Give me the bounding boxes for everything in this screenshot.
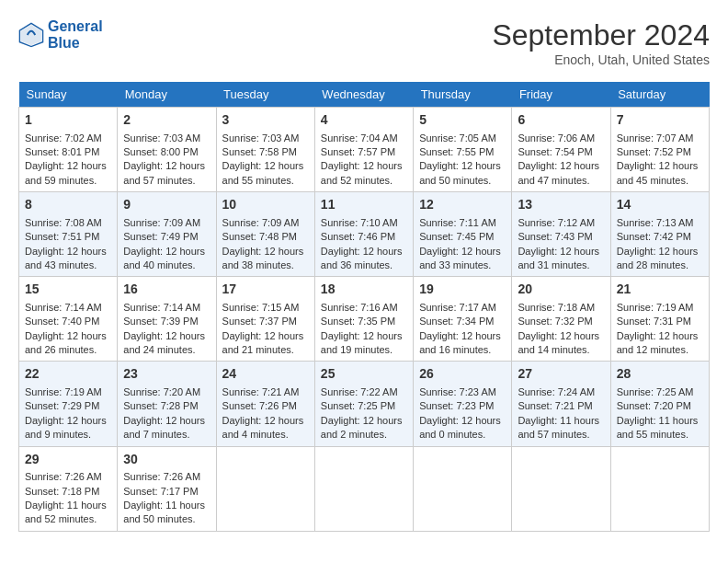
day-info-line: Daylight: 12 hours bbox=[419, 159, 506, 173]
calendar-week-row: 1Sunrise: 7:02 AMSunset: 8:01 PMDaylight… bbox=[19, 108, 710, 192]
day-info-line: Sunrise: 7:19 AM bbox=[617, 301, 703, 315]
day-info-line: Sunrise: 7:22 AM bbox=[321, 385, 407, 399]
day-info-line: Sunset: 7:26 PM bbox=[222, 399, 309, 413]
day-info-line: Sunset: 7:31 PM bbox=[617, 315, 703, 328]
day-info-line: and 26 minutes. bbox=[25, 343, 111, 357]
day-info-line: Daylight: 12 hours bbox=[123, 329, 210, 343]
day-number: 27 bbox=[518, 365, 604, 384]
day-info-line: Daylight: 12 hours bbox=[617, 245, 703, 259]
day-info-line: Sunset: 7:35 PM bbox=[321, 315, 407, 328]
day-number: 12 bbox=[419, 196, 506, 214]
day-info-line: Daylight: 12 hours bbox=[123, 159, 210, 173]
day-info-line: and 57 minutes. bbox=[518, 428, 604, 442]
calendar-cell: 18Sunrise: 7:16 AMSunset: 7:35 PMDayligh… bbox=[314, 277, 413, 362]
day-number: 20 bbox=[518, 281, 604, 299]
day-info-line: Sunset: 7:48 PM bbox=[222, 230, 309, 244]
day-info-line: Sunrise: 7:09 AM bbox=[123, 216, 210, 230]
day-info-line: and 21 minutes. bbox=[222, 343, 309, 357]
day-number: 30 bbox=[123, 451, 210, 469]
calendar-cell: 4Sunrise: 7:04 AMSunset: 7:57 PMDaylight… bbox=[314, 108, 413, 192]
day-info-line: Sunset: 7:21 PM bbox=[518, 399, 604, 413]
calendar-cell bbox=[314, 446, 413, 531]
day-info-line: and 50 minutes. bbox=[419, 174, 506, 188]
day-info-line: Daylight: 12 hours bbox=[617, 159, 703, 173]
calendar-cell: 17Sunrise: 7:15 AMSunset: 7:37 PMDayligh… bbox=[216, 277, 314, 362]
day-info-line: Daylight: 12 hours bbox=[321, 159, 407, 173]
day-info-line: Sunrise: 7:10 AM bbox=[321, 216, 407, 230]
day-info-line: Daylight: 11 hours bbox=[518, 414, 604, 428]
day-info-line: Sunrise: 7:08 AM bbox=[25, 216, 111, 230]
day-info-line: and 43 minutes. bbox=[25, 259, 111, 272]
weekday-header-tuesday: Tuesday bbox=[216, 82, 314, 108]
calendar-cell: 13Sunrise: 7:12 AMSunset: 7:43 PMDayligh… bbox=[512, 192, 610, 277]
day-info-line: Daylight: 12 hours bbox=[222, 245, 309, 259]
day-info-line: and 4 minutes. bbox=[222, 428, 309, 442]
day-info-line: Sunrise: 7:13 AM bbox=[617, 216, 703, 230]
day-info-line: Sunset: 7:34 PM bbox=[419, 315, 506, 328]
day-number: 29 bbox=[25, 451, 111, 469]
calendar-cell: 2Sunrise: 7:03 AMSunset: 8:00 PMDaylight… bbox=[118, 108, 216, 192]
day-info-line: and 36 minutes. bbox=[321, 259, 407, 272]
day-number: 21 bbox=[617, 281, 703, 299]
day-info-line: Daylight: 12 hours bbox=[321, 245, 407, 259]
day-number: 17 bbox=[222, 281, 309, 299]
day-info-line: Sunset: 7:39 PM bbox=[123, 315, 210, 328]
day-info-line: Sunrise: 7:26 AM bbox=[123, 470, 210, 484]
day-number: 11 bbox=[321, 196, 407, 214]
day-info-line: Sunrise: 7:05 AM bbox=[419, 132, 506, 145]
calendar-cell: 11Sunrise: 7:10 AMSunset: 7:46 PMDayligh… bbox=[314, 192, 413, 277]
title-block: September 2024 Enoch, Utah, United State… bbox=[492, 18, 710, 67]
day-info-line: Sunrise: 7:20 AM bbox=[123, 385, 210, 399]
day-info-line: Daylight: 12 hours bbox=[222, 414, 309, 428]
day-info-line: Sunset: 7:20 PM bbox=[617, 399, 703, 413]
day-number: 9 bbox=[123, 196, 210, 214]
day-info-line: Daylight: 12 hours bbox=[617, 329, 703, 343]
day-info-line: Daylight: 12 hours bbox=[518, 159, 604, 173]
day-info-line: Sunrise: 7:16 AM bbox=[321, 301, 407, 315]
day-info-line: Sunset: 8:01 PM bbox=[25, 145, 111, 159]
day-info-line: and 38 minutes. bbox=[222, 259, 309, 272]
weekday-header-wednesday: Wednesday bbox=[314, 82, 413, 108]
day-number: 6 bbox=[518, 111, 604, 130]
day-info-line: and 47 minutes. bbox=[518, 174, 604, 188]
calendar-week-row: 8Sunrise: 7:08 AMSunset: 7:51 PMDaylight… bbox=[19, 192, 710, 277]
day-info-line: Daylight: 12 hours bbox=[25, 414, 111, 428]
logo-icon bbox=[18, 22, 44, 48]
day-info-line: Sunrise: 7:04 AM bbox=[321, 132, 407, 145]
day-number: 15 bbox=[25, 281, 111, 299]
logo-text: General Blue bbox=[48, 18, 103, 52]
day-number: 3 bbox=[222, 111, 309, 130]
calendar-cell: 27Sunrise: 7:24 AMSunset: 7:21 PMDayligh… bbox=[512, 362, 610, 446]
calendar-week-row: 15Sunrise: 7:14 AMSunset: 7:40 PMDayligh… bbox=[19, 277, 710, 362]
day-info-line: and 12 minutes. bbox=[617, 343, 703, 357]
day-info-line: Sunset: 7:29 PM bbox=[25, 399, 111, 413]
calendar-cell: 6Sunrise: 7:06 AMSunset: 7:54 PMDaylight… bbox=[512, 108, 610, 192]
day-number: 14 bbox=[617, 196, 703, 214]
day-info-line: Daylight: 12 hours bbox=[419, 329, 506, 343]
day-number: 2 bbox=[123, 111, 210, 130]
day-info-line: Sunset: 7:32 PM bbox=[518, 315, 604, 328]
day-number: 23 bbox=[123, 365, 210, 384]
weekday-header-row: SundayMondayTuesdayWednesdayThursdayFrid… bbox=[19, 82, 710, 108]
page-header: General Blue September 2024 Enoch, Utah,… bbox=[18, 18, 710, 67]
day-info-line: and 0 minutes. bbox=[419, 428, 506, 442]
day-number: 8 bbox=[25, 196, 111, 214]
day-number: 24 bbox=[222, 365, 309, 384]
day-number: 25 bbox=[321, 365, 407, 384]
day-info-line: Sunrise: 7:03 AM bbox=[123, 132, 210, 145]
calendar-cell: 5Sunrise: 7:05 AMSunset: 7:55 PMDaylight… bbox=[414, 108, 512, 192]
day-info-line: and 24 minutes. bbox=[123, 343, 210, 357]
day-info-line: Daylight: 11 hours bbox=[25, 499, 111, 512]
day-info-line: and 31 minutes. bbox=[518, 259, 604, 272]
day-info-line: Sunrise: 7:19 AM bbox=[25, 385, 111, 399]
day-info-line: and 57 minutes. bbox=[123, 174, 210, 188]
calendar-week-row: 22Sunrise: 7:19 AMSunset: 7:29 PMDayligh… bbox=[19, 362, 710, 446]
day-info-line: Sunset: 7:28 PM bbox=[123, 399, 210, 413]
day-info-line: and 40 minutes. bbox=[123, 259, 210, 272]
calendar-cell: 14Sunrise: 7:13 AMSunset: 7:42 PMDayligh… bbox=[610, 192, 709, 277]
calendar-cell bbox=[216, 446, 314, 531]
day-number: 7 bbox=[617, 111, 703, 130]
day-info-line: Daylight: 12 hours bbox=[419, 414, 506, 428]
day-info-line: and 45 minutes. bbox=[617, 174, 703, 188]
calendar-cell: 9Sunrise: 7:09 AMSunset: 7:49 PMDaylight… bbox=[118, 192, 216, 277]
